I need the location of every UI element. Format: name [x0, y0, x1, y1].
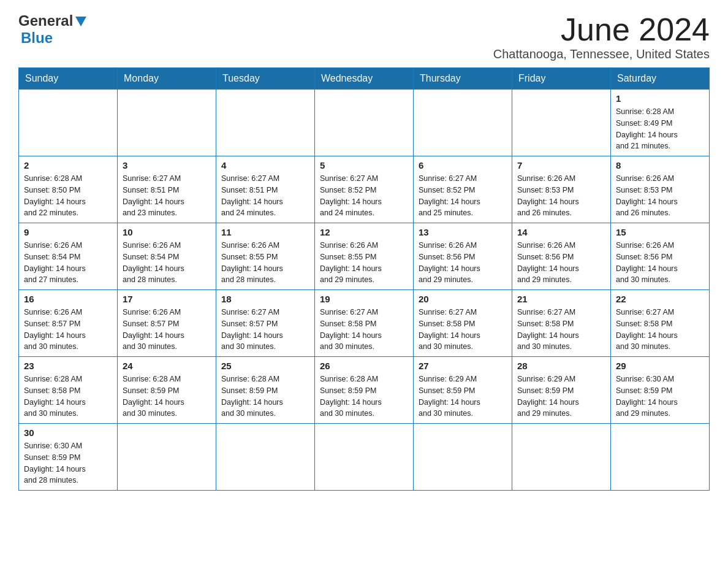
day-number: 11	[221, 227, 309, 237]
table-row: 3Sunrise: 6:27 AMSunset: 8:51 PMDaylight…	[118, 156, 216, 223]
table-row: 10Sunrise: 6:26 AMSunset: 8:54 PMDayligh…	[118, 223, 216, 290]
day-number: 29	[616, 361, 704, 371]
table-row: 8Sunrise: 6:26 AMSunset: 8:53 PMDaylight…	[611, 156, 710, 223]
day-info: Sunrise: 6:26 AMSunset: 8:56 PMDaylight:…	[517, 240, 605, 286]
day-info: Sunrise: 6:28 AMSunset: 8:50 PMDaylight:…	[24, 173, 112, 219]
table-row	[118, 90, 216, 156]
day-info: Sunrise: 6:29 AMSunset: 8:59 PMDaylight:…	[419, 373, 507, 419]
table-row: 18Sunrise: 6:27 AMSunset: 8:57 PMDayligh…	[216, 290, 315, 357]
table-row: 11Sunrise: 6:26 AMSunset: 8:55 PMDayligh…	[216, 223, 315, 290]
day-info: Sunrise: 6:28 AMSunset: 8:59 PMDaylight:…	[320, 373, 408, 419]
table-row: 20Sunrise: 6:27 AMSunset: 8:58 PMDayligh…	[414, 290, 512, 357]
table-row	[611, 424, 710, 491]
col-tuesday: Tuesday	[216, 68, 315, 90]
table-row: 15Sunrise: 6:26 AMSunset: 8:56 PMDayligh…	[611, 223, 710, 290]
day-info: Sunrise: 6:26 AMSunset: 8:56 PMDaylight:…	[419, 240, 507, 286]
table-row: 1Sunrise: 6:28 AMSunset: 8:49 PMDaylight…	[611, 90, 710, 156]
calendar-week-row: 16Sunrise: 6:26 AMSunset: 8:57 PMDayligh…	[19, 290, 710, 357]
day-info: Sunrise: 6:26 AMSunset: 8:55 PMDaylight:…	[221, 240, 309, 286]
day-number: 26	[320, 361, 408, 371]
title-area: June 2024 Chattanooga, Tennessee, United…	[493, 12, 710, 61]
col-saturday: Saturday	[611, 68, 710, 90]
table-row	[414, 424, 512, 491]
col-thursday: Thursday	[414, 68, 512, 90]
table-row: 9Sunrise: 6:26 AMSunset: 8:54 PMDaylight…	[19, 223, 118, 290]
table-row: 30Sunrise: 6:30 AMSunset: 8:59 PMDayligh…	[19, 424, 118, 491]
calendar-header-row: Sunday Monday Tuesday Wednesday Thursday…	[19, 68, 710, 90]
day-info: Sunrise: 6:30 AMSunset: 8:59 PMDaylight:…	[616, 373, 704, 419]
calendar-week-row: 1Sunrise: 6:28 AMSunset: 8:49 PMDaylight…	[19, 90, 710, 156]
day-info: Sunrise: 6:30 AMSunset: 8:59 PMDaylight:…	[24, 440, 112, 486]
page-subtitle: Chattanooga, Tennessee, United States	[493, 47, 710, 61]
table-row	[512, 424, 611, 491]
day-number: 24	[123, 361, 211, 371]
day-number: 27	[419, 361, 507, 371]
table-row: 28Sunrise: 6:29 AMSunset: 8:59 PMDayligh…	[512, 357, 611, 424]
day-number: 17	[123, 294, 211, 304]
day-info: Sunrise: 6:26 AMSunset: 8:56 PMDaylight:…	[616, 240, 704, 286]
day-number: 3	[123, 160, 211, 170]
day-info: Sunrise: 6:26 AMSunset: 8:53 PMDaylight:…	[517, 173, 605, 219]
day-number: 15	[616, 227, 704, 237]
table-row: 7Sunrise: 6:26 AMSunset: 8:53 PMDaylight…	[512, 156, 611, 223]
day-number: 5	[320, 160, 408, 170]
day-info: Sunrise: 6:27 AMSunset: 8:58 PMDaylight:…	[320, 307, 408, 353]
day-number: 20	[419, 294, 507, 304]
table-row	[414, 90, 512, 156]
day-info: Sunrise: 6:27 AMSunset: 8:58 PMDaylight:…	[419, 307, 507, 353]
calendar-week-row: 30Sunrise: 6:30 AMSunset: 8:59 PMDayligh…	[19, 424, 710, 491]
day-number: 14	[517, 227, 605, 237]
table-row: 6Sunrise: 6:27 AMSunset: 8:52 PMDaylight…	[414, 156, 512, 223]
logo-triangle-icon	[74, 14, 88, 28]
day-info: Sunrise: 6:27 AMSunset: 8:51 PMDaylight:…	[221, 173, 309, 219]
table-row: 27Sunrise: 6:29 AMSunset: 8:59 PMDayligh…	[414, 357, 512, 424]
table-row: 4Sunrise: 6:27 AMSunset: 8:51 PMDaylight…	[216, 156, 315, 223]
day-info: Sunrise: 6:27 AMSunset: 8:52 PMDaylight:…	[320, 173, 408, 219]
day-number: 25	[221, 361, 309, 371]
table-row	[19, 90, 118, 156]
day-number: 22	[616, 294, 704, 304]
table-row: 23Sunrise: 6:28 AMSunset: 8:58 PMDayligh…	[19, 357, 118, 424]
day-number: 16	[24, 294, 112, 304]
day-number: 23	[24, 361, 112, 371]
col-wednesday: Wednesday	[315, 68, 414, 90]
logo-blue-text: Blue	[21, 29, 53, 47]
calendar-week-row: 9Sunrise: 6:26 AMSunset: 8:54 PMDaylight…	[19, 223, 710, 290]
col-sunday: Sunday	[19, 68, 118, 90]
day-info: Sunrise: 6:27 AMSunset: 8:51 PMDaylight:…	[123, 173, 211, 219]
calendar-week-row: 23Sunrise: 6:28 AMSunset: 8:58 PMDayligh…	[19, 357, 710, 424]
table-row: 16Sunrise: 6:26 AMSunset: 8:57 PMDayligh…	[19, 290, 118, 357]
day-info: Sunrise: 6:26 AMSunset: 8:57 PMDaylight:…	[123, 307, 211, 353]
day-number: 21	[517, 294, 605, 304]
table-row: 19Sunrise: 6:27 AMSunset: 8:58 PMDayligh…	[315, 290, 414, 357]
day-info: Sunrise: 6:26 AMSunset: 8:57 PMDaylight:…	[24, 307, 112, 353]
table-row: 26Sunrise: 6:28 AMSunset: 8:59 PMDayligh…	[315, 357, 414, 424]
table-row: 22Sunrise: 6:27 AMSunset: 8:58 PMDayligh…	[611, 290, 710, 357]
table-row: 17Sunrise: 6:26 AMSunset: 8:57 PMDayligh…	[118, 290, 216, 357]
table-row	[315, 424, 414, 491]
table-row	[315, 90, 414, 156]
table-row: 21Sunrise: 6:27 AMSunset: 8:58 PMDayligh…	[512, 290, 611, 357]
logo-general-text: General	[18, 12, 73, 29]
table-row: 12Sunrise: 6:26 AMSunset: 8:55 PMDayligh…	[315, 223, 414, 290]
table-row: 13Sunrise: 6:26 AMSunset: 8:56 PMDayligh…	[414, 223, 512, 290]
day-number: 10	[123, 227, 211, 237]
day-number: 19	[320, 294, 408, 304]
day-number: 4	[221, 160, 309, 170]
day-info: Sunrise: 6:26 AMSunset: 8:54 PMDaylight:…	[123, 240, 211, 286]
day-number: 30	[24, 427, 112, 438]
table-row: 2Sunrise: 6:28 AMSunset: 8:50 PMDaylight…	[19, 156, 118, 223]
day-number: 6	[419, 160, 507, 170]
day-info: Sunrise: 6:27 AMSunset: 8:57 PMDaylight:…	[221, 307, 309, 353]
day-info: Sunrise: 6:28 AMSunset: 8:49 PMDaylight:…	[616, 106, 704, 152]
col-friday: Friday	[512, 68, 611, 90]
page-title: June 2024	[493, 12, 710, 47]
day-number: 7	[517, 160, 605, 170]
day-info: Sunrise: 6:26 AMSunset: 8:54 PMDaylight:…	[24, 240, 112, 286]
day-info: Sunrise: 6:28 AMSunset: 8:59 PMDaylight:…	[221, 373, 309, 419]
logo: General Blue	[18, 12, 88, 47]
day-info: Sunrise: 6:29 AMSunset: 8:59 PMDaylight:…	[517, 373, 605, 419]
table-row: 29Sunrise: 6:30 AMSunset: 8:59 PMDayligh…	[611, 357, 710, 424]
day-info: Sunrise: 6:26 AMSunset: 8:53 PMDaylight:…	[616, 173, 704, 219]
day-info: Sunrise: 6:28 AMSunset: 8:59 PMDaylight:…	[123, 373, 211, 419]
